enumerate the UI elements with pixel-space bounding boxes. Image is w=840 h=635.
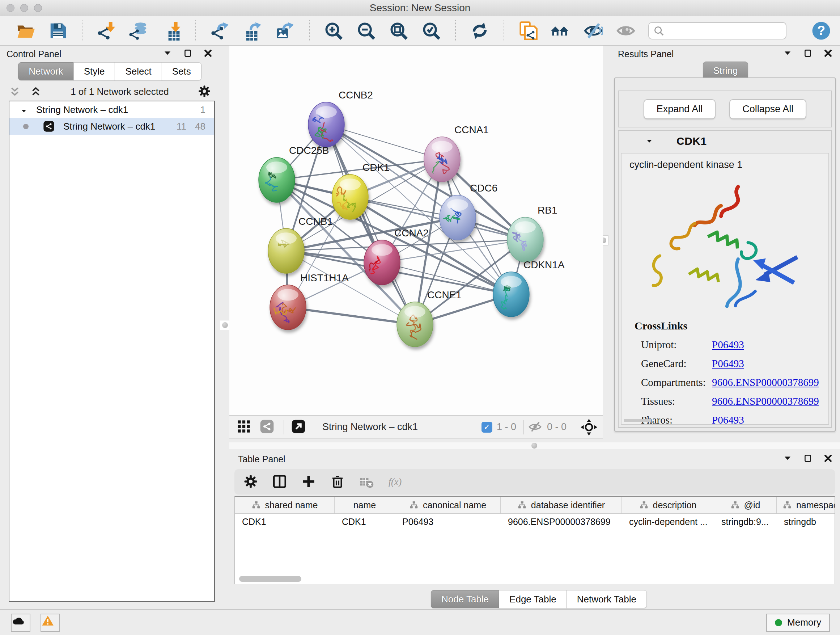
table-toolbar: f(x) <box>234 469 835 494</box>
column-header-name[interactable]: name <box>335 497 395 513</box>
search-input[interactable] <box>648 22 786 40</box>
tab-network-table[interactable]: Network Table <box>567 590 647 608</box>
birds-eye-view-button[interactable] <box>237 419 253 435</box>
network-node-CCNB2[interactable] <box>308 102 344 149</box>
hidden-toggle[interactable] <box>528 420 543 434</box>
create-column-button[interactable] <box>301 474 317 490</box>
houses-button[interactable] <box>551 21 571 41</box>
open-session-button[interactable] <box>15 21 35 41</box>
fit-content-button[interactable] <box>580 418 598 436</box>
expand-all-button[interactable]: Expand All <box>644 99 716 119</box>
help-button[interactable]: ? <box>811 21 831 41</box>
show-all-button[interactable] <box>616 21 636 41</box>
column-header-shared-name[interactable]: shared name <box>235 497 335 513</box>
network-overview-button[interactable] <box>260 419 276 435</box>
function-builder-button[interactable]: f(x) <box>388 474 404 490</box>
column-header-description[interactable]: description <box>622 497 714 513</box>
import-table-icon <box>162 21 181 41</box>
export-image-button[interactable] <box>275 21 295 41</box>
crosslink-link[interactable]: P06493 <box>712 414 744 425</box>
tab-node-table[interactable]: Node Table <box>431 590 499 608</box>
show-columns-button[interactable] <box>272 474 288 490</box>
column-header-id[interactable]: @id <box>714 497 777 513</box>
collapse-all-button[interactable]: Collapse All <box>729 99 806 119</box>
column-header-canonical-name[interactable]: canonical name <box>395 497 501 513</box>
export-network-button[interactable] <box>210 21 230 41</box>
zoom-in-button[interactable] <box>324 21 344 41</box>
network-options-button[interactable] <box>197 84 212 99</box>
network-node-RB1[interactable] <box>507 217 543 262</box>
column-header-namespace[interactable]: namespace <box>777 497 835 513</box>
network-node-CCNB1[interactable] <box>268 228 304 273</box>
panel-float-button[interactable] <box>183 49 194 59</box>
entry-header-cdk1[interactable]: CDK1 <box>619 131 831 151</box>
tab-string[interactable]: String <box>703 62 748 80</box>
left-splitter-handle[interactable] <box>220 320 230 330</box>
memory-button[interactable]: Memory <box>766 614 830 632</box>
cloud-button[interactable] <box>11 614 30 632</box>
network-collection-row[interactable]: String Network – cdk1 1 <box>9 101 214 118</box>
zoom-out-button[interactable] <box>356 21 376 41</box>
import-network-button[interactable] <box>96 21 117 41</box>
tab-network[interactable]: Network <box>18 62 73 80</box>
panel-menu-button[interactable] <box>783 454 794 464</box>
crosslink-link[interactable]: 9606.ENSP00000378699 <box>712 377 819 388</box>
selected-checkbox[interactable]: ✓ <box>482 422 493 432</box>
delete-table-button[interactable] <box>359 474 375 490</box>
toolbar-separator <box>82 20 82 41</box>
hide-selected-button[interactable] <box>583 21 603 41</box>
delete-table-icon <box>359 474 375 490</box>
network-node-CDKN1A[interactable] <box>493 272 529 317</box>
table-cell: 9606.ENSP00000378699 <box>501 514 622 530</box>
network-edge[interactable] <box>326 125 415 325</box>
panel-close-button[interactable] <box>823 454 834 464</box>
delete-column-button[interactable] <box>330 474 346 490</box>
selected-counts: 1 - 0 <box>497 421 516 432</box>
column-label: canonical name <box>423 500 486 510</box>
zoom-selected-button[interactable] <box>421 21 441 41</box>
network-node-CDK1[interactable] <box>328 174 368 219</box>
crosslink-row: Compartments:9606.ENSP00000378699 <box>635 377 829 388</box>
crosslink-link[interactable]: 9606.ENSP00000378699 <box>712 395 819 407</box>
panel-float-button[interactable] <box>803 454 814 464</box>
table-hscrollbar-thumb[interactable] <box>239 576 302 582</box>
network-node-CDC6[interactable] <box>439 195 476 240</box>
warning-icon <box>41 614 59 631</box>
network-canvas[interactable]: CCNB2 CCNA1 CDC25B CDK1 CDC6 RB1 CCNB1 C… <box>229 46 603 415</box>
tab-style[interactable]: Style <box>73 62 115 80</box>
panel-close-button[interactable] <box>823 49 834 59</box>
network-row-selected[interactable]: String Network – cdk1 11 48 <box>9 118 214 135</box>
column-header-database-identifier[interactable]: database identifier <box>501 497 622 513</box>
import-table-button[interactable] <box>161 21 182 41</box>
collapse-all-tree-button[interactable] <box>9 86 21 98</box>
network-edge[interactable] <box>288 307 415 325</box>
left-splitter[interactable] <box>220 46 229 609</box>
tab-select[interactable]: Select <box>115 62 162 80</box>
network-node-CCNA1[interactable] <box>424 137 460 186</box>
save-session-button[interactable] <box>48 21 68 41</box>
import-database-button[interactable] <box>129 21 149 41</box>
entry-scrollbar-thumb[interactable] <box>624 419 651 422</box>
panel-close-button[interactable] <box>203 49 214 59</box>
zoom-fit-button[interactable] <box>388 21 409 41</box>
table-row[interactable]: CDK1CDK1P064939606.ENSP00000378699cyclin… <box>235 514 835 530</box>
expand-all-tree-button[interactable] <box>30 86 42 98</box>
table-panel: Table Panel f(x) shared namenamecanonica… <box>229 449 840 609</box>
warnings-button[interactable] <box>41 614 60 632</box>
documents-network-button[interactable] <box>518 21 538 41</box>
panel-menu-button[interactable] <box>783 49 794 59</box>
crosslink-link[interactable]: P06493 <box>712 339 744 351</box>
network-node-CCNE1[interactable] <box>397 302 433 347</box>
tab-edge-table[interactable]: Edge Table <box>499 590 567 608</box>
panel-float-button[interactable] <box>803 49 814 59</box>
detach-view-button[interactable] <box>291 419 307 435</box>
refresh-button[interactable] <box>470 21 490 41</box>
horizontal-splitter[interactable] <box>229 442 840 449</box>
tab-sets[interactable]: Sets <box>162 62 202 80</box>
panel-menu-button[interactable] <box>163 49 174 59</box>
export-table-button[interactable] <box>242 21 263 41</box>
network-node-HIST1H1A[interactable] <box>269 285 306 330</box>
table-options-button[interactable] <box>243 474 259 490</box>
network-node-CDC25B[interactable] <box>259 157 295 203</box>
crosslink-link[interactable]: P06493 <box>712 358 744 370</box>
